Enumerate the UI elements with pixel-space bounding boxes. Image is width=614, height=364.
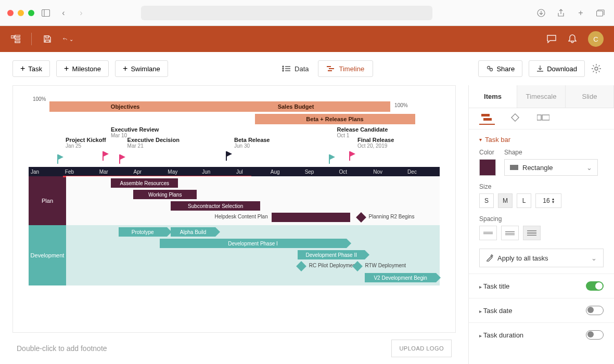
download-button[interactable]: Download <box>529 60 585 77</box>
app-logo-icon[interactable] <box>10 34 21 44</box>
footnote-placeholder[interactable]: Double-click to add footnote <box>17 344 107 353</box>
sidebar-toggle-icon[interactable] <box>40 7 52 19</box>
new-tab-icon[interactable]: + <box>574 7 587 19</box>
browser-chrome: ‹ › + <box>0 0 614 26</box>
spacing-tight-button[interactable] <box>479 226 497 240</box>
toggle-task-title[interactable] <box>586 281 604 291</box>
svg-point-10 <box>283 66 284 67</box>
svg-rect-25 <box>537 115 541 120</box>
apply-all-button[interactable]: Apply to all tasks <box>479 249 604 267</box>
size-label: Size <box>479 183 604 190</box>
view-timeline-button[interactable]: Timeline <box>318 60 374 77</box>
avatar[interactable]: C <box>588 31 604 47</box>
timeline-canvas[interactable]: 100%ObjectivesSales Budget100%Beta + Rel… <box>12 85 456 333</box>
svg-point-20 <box>490 69 493 71</box>
subtab-swimlane-icon[interactable] <box>535 114 551 125</box>
svg-rect-23 <box>483 118 492 121</box>
section-task-title[interactable]: Task title <box>469 274 614 298</box>
tabs-icon[interactable] <box>594 7 607 19</box>
shape-label: Shape <box>504 149 598 156</box>
svg-rect-6 <box>15 38 20 40</box>
color-label: Color <box>479 149 496 156</box>
shape-select[interactable]: Rectangle <box>504 159 598 176</box>
svg-point-19 <box>488 67 490 69</box>
color-swatch[interactable] <box>479 159 496 176</box>
size-s-button[interactable]: S <box>479 193 494 208</box>
close-window[interactable] <box>7 10 14 16</box>
svg-rect-5 <box>15 35 20 36</box>
share-icon[interactable] <box>555 7 567 19</box>
tab-timescale[interactable]: Timescale <box>517 85 566 108</box>
svg-point-21 <box>595 67 598 70</box>
toggle-task-duration[interactable] <box>586 330 604 340</box>
spacing-label: Spacing <box>479 215 604 223</box>
svg-point-12 <box>283 68 284 69</box>
svg-rect-26 <box>542 115 549 120</box>
toolbar: +Task +Milestone +Swimlane Data Timeline… <box>0 52 614 85</box>
svg-point-14 <box>283 70 284 71</box>
address-bar[interactable] <box>141 6 432 20</box>
back-icon[interactable]: ‹ <box>57 7 70 19</box>
spacing-medium-button[interactable] <box>501 226 519 240</box>
undo-icon[interactable]: ⌄ <box>63 34 73 44</box>
tab-slide[interactable]: Slide <box>566 85 614 108</box>
svg-rect-27 <box>510 165 518 170</box>
comment-icon[interactable] <box>546 34 557 44</box>
minimize-window[interactable] <box>18 10 24 16</box>
add-swimlane-button[interactable]: +Swimlane <box>115 60 168 77</box>
svg-rect-0 <box>42 9 50 16</box>
svg-line-9 <box>14 37 15 39</box>
svg-rect-7 <box>15 41 20 43</box>
save-icon[interactable] <box>42 34 53 44</box>
svg-rect-4 <box>11 36 14 38</box>
subtab-milestone-icon[interactable] <box>507 114 523 125</box>
toggle-task-date[interactable] <box>586 306 604 315</box>
download-icon[interactable] <box>535 7 547 19</box>
size-number-input[interactable]: 16▴▾ <box>535 193 561 208</box>
window-controls <box>7 10 34 16</box>
tab-items[interactable]: Items <box>469 85 517 108</box>
properties-panel: Items Timescale Slide Task bar Color Sha… <box>468 85 614 364</box>
section-task-duration[interactable]: Task duration <box>469 322 614 347</box>
forward-icon[interactable]: › <box>75 7 87 19</box>
settings-icon[interactable] <box>591 63 602 74</box>
size-m-button[interactable]: M <box>498 193 513 208</box>
app-bar: ⌄ C <box>0 26 614 52</box>
section-task-date[interactable]: Task date <box>469 298 614 322</box>
section-taskbar-header[interactable]: Task bar <box>479 136 604 144</box>
view-data-button[interactable]: Data <box>273 60 317 77</box>
bell-icon[interactable] <box>567 34 578 44</box>
add-task-button[interactable]: +Task <box>12 60 50 77</box>
add-milestone-button[interactable]: +Milestone <box>56 60 109 77</box>
share-button[interactable]: Share <box>478 60 522 77</box>
svg-rect-22 <box>481 114 490 116</box>
svg-rect-24 <box>511 114 519 121</box>
upload-logo-button[interactable]: UPLOAD LOGO <box>391 340 452 357</box>
svg-rect-3 <box>596 11 603 16</box>
maximize-window[interactable] <box>28 10 34 16</box>
subtab-taskbar-icon[interactable] <box>479 114 495 125</box>
size-l-button[interactable]: L <box>517 193 531 208</box>
spacing-wide-button[interactable] <box>523 226 541 240</box>
